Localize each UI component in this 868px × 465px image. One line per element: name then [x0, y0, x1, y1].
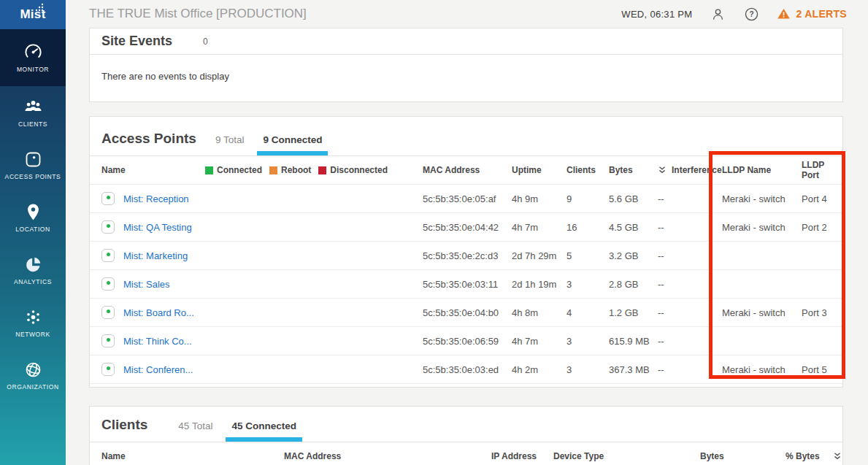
column-header-bytes[interactable]: Bytes — [609, 165, 658, 175]
clients-table-header: Name MAC Address IP Address Device Type … — [90, 442, 842, 465]
table-row: Mist: Reception 5c:5b:35:0e:05:af 4h 9m … — [90, 184, 842, 212]
ap-lldp-port: Port 3 — [802, 307, 844, 318]
legend-reboot-label: Reboot — [281, 165, 311, 175]
legend-connected-label: Connected — [217, 165, 262, 175]
column-header-mac[interactable]: MAC Address — [423, 165, 512, 175]
access-points-header: Access Points 9 Total 9 Connected — [90, 117, 842, 156]
ap-lldp-name: Meraki - switch — [722, 364, 802, 375]
ap-uptime: 4h 7m — [512, 336, 566, 347]
ap-mac: 5c:5b:35:0e:06:59 — [423, 336, 512, 347]
table-row: Mist: Sales 5c:5b:35:0e:03:11 2d 1h 19m … — [90, 269, 842, 298]
ap-name-link[interactable]: Mist: Sales — [123, 279, 170, 290]
sidebar-item-access-points[interactable]: ACCESS POINTS — [0, 139, 66, 191]
ap-name-link[interactable]: Mist: Conferen... — [123, 364, 193, 375]
column-header-interference[interactable]: Interference — [658, 165, 722, 175]
ap-clients: 4 — [566, 307, 609, 318]
legend-disconnected: Disconnected — [318, 165, 388, 175]
ap-status-icon — [101, 192, 115, 205]
ap-name-link[interactable]: Mist: Think Co... — [123, 336, 192, 347]
ap-name-link[interactable]: Mist: QA Testing — [123, 222, 192, 233]
ap-mac: 5c:5b:35:0e:05:af — [423, 193, 512, 204]
site-events-count: 0 — [203, 36, 208, 47]
active-tab-underline — [257, 151, 328, 155]
clients-card: Clients 45 Total 45 Connected Name MAC A… — [89, 406, 843, 465]
column-header-lldp-name[interactable]: LLDP Name — [722, 165, 802, 175]
ap-name-link[interactable]: Mist: Reception — [123, 193, 189, 204]
site-events-title: Site Events — [101, 34, 172, 49]
column-header-bytes[interactable]: Bytes — [700, 451, 786, 461]
sidebar-item-label: ACCESS POINTS — [5, 173, 61, 180]
access-points-table-header: Name Connected Reboot Disconnected — [90, 156, 842, 184]
ap-bytes: 2.8 GB — [609, 279, 658, 290]
ap-interference: -- — [658, 279, 722, 290]
ap-status-icon — [101, 363, 115, 376]
ap-status-icon — [101, 220, 115, 234]
user-account-icon[interactable] — [710, 6, 726, 22]
table-row: Mist: Think Co... 5c:5b:35:0e:06:59 4h 7… — [90, 326, 842, 355]
sidebar: Mist MONITOR CLIENTS — [0, 0, 66, 465]
ap-bytes: 3.2 GB — [609, 250, 658, 261]
topbar: THE TRUE Mist Office [PRODUCTION] WED, 0… — [66, 0, 868, 28]
main-content: THE TRUE Mist Office [PRODUCTION] WED, 0… — [66, 0, 868, 465]
access-points-card: Access Points 9 Total 9 Connected Name C… — [89, 116, 843, 388]
ap-name-link[interactable]: Mist: Board Ro... — [123, 307, 194, 318]
ap-uptime: 4h 7m — [512, 222, 566, 233]
disconnected-swatch-icon — [318, 166, 326, 174]
ap-status-icon — [101, 306, 115, 319]
column-header-ip[interactable]: IP Address — [491, 451, 553, 461]
ap-uptime: 4h 9m — [512, 193, 566, 204]
tab-ap-connected[interactable]: 9 Connected — [263, 134, 322, 155]
ap-mac: 5c:5b:35:0e:04:b0 — [423, 307, 512, 318]
tab-ap-total[interactable]: 9 Total — [215, 134, 245, 155]
sidebar-item-label: MONITOR — [17, 66, 49, 73]
warning-triangle-icon — [777, 7, 791, 20]
column-header-percent-bytes[interactable]: % Bytes — [786, 451, 820, 461]
column-header-name[interactable]: Name — [101, 451, 284, 461]
clock-text: WED, 06:31 PM — [621, 9, 692, 20]
column-header-device-type[interactable]: Device Type — [553, 451, 700, 461]
ap-uptime: 2d 1h 19m — [512, 279, 566, 290]
legend-disconnected-label: Disconnected — [330, 165, 388, 175]
legend-connected: Connected — [205, 165, 262, 175]
ap-name-link[interactable]: Mist: Marketing — [123, 250, 188, 261]
partial-next-row — [90, 383, 842, 387]
tab-clients-total[interactable]: 45 Total — [178, 420, 212, 442]
help-icon[interactable]: ? — [743, 6, 759, 22]
sidebar-item-analytics[interactable]: ANALYTICS — [0, 244, 66, 296]
column-header-uptime[interactable]: Uptime — [512, 165, 566, 175]
chevron-double-down-icon[interactable] — [658, 166, 667, 174]
ap-mac: 5c:5b:35:0e:04:42 — [423, 222, 512, 233]
sidebar-item-organization[interactable]: ORGANIZATION — [0, 349, 66, 401]
alerts-count-label: 2 ALERTS — [796, 8, 847, 20]
column-header-clients[interactable]: Clients — [566, 165, 609, 175]
column-header-name[interactable]: Name — [101, 165, 205, 175]
ap-clients: 5 — [566, 250, 609, 261]
ap-lldp-name: Meraki - switch — [722, 193, 802, 204]
alerts-button[interactable]: 2 ALERTS — [777, 7, 847, 20]
column-header-lldp-port[interactable]: LLDP Port — [802, 160, 844, 180]
ap-mac: 5c:5b:35:0e:2c:d3 — [423, 250, 512, 261]
table-row: Mist: Conferen... 5c:5b:35:0e:03:ed 4h 2… — [90, 355, 842, 383]
ap-interference: -- — [658, 250, 722, 261]
ap-bytes: 1.2 GB — [609, 307, 658, 318]
mist-logo[interactable]: Mist — [0, 0, 66, 29]
sidebar-item-network[interactable]: NETWORK — [0, 296, 66, 349]
sidebar-item-clients[interactable]: CLIENTS — [0, 86, 66, 139]
ap-clients: 3 — [566, 336, 609, 347]
sidebar-item-label: LOCATION — [15, 226, 50, 233]
sidebar-item-label: ANALYTICS — [14, 278, 52, 285]
chevron-double-down-icon[interactable] — [833, 452, 842, 461]
column-header-mac[interactable]: MAC Address — [284, 451, 491, 461]
ap-mac: 5c:5b:35:0e:03:ed — [423, 364, 512, 375]
topbar-right: WED, 06:31 PM ? — [621, 6, 847, 22]
ap-status-icon — [101, 334, 115, 347]
tab-clients-connected[interactable]: 45 Connected — [231, 420, 296, 442]
ap-status-icon — [101, 277, 115, 291]
sidebar-item-monitor[interactable]: MONITOR — [0, 29, 66, 86]
svg-text:?: ? — [749, 10, 753, 18]
people-icon — [23, 97, 43, 117]
sidebar-item-location[interactable]: LOCATION — [0, 191, 66, 244]
ap-lldp-name: Meraki - switch — [722, 222, 802, 233]
map-pin-icon — [23, 202, 43, 222]
sidebar-item-label: NETWORK — [15, 331, 50, 338]
